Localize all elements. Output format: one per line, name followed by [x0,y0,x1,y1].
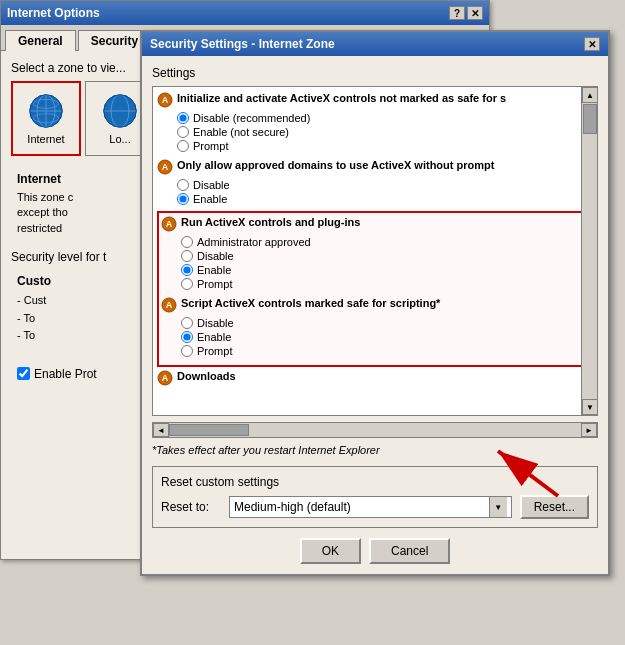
run-activex-title: Run ActiveX controls and plug-ins [181,215,360,229]
scroll-track [582,103,597,399]
settings-list[interactable]: A Initialize and activate ActiveX contro… [153,87,597,415]
svg-text:A: A [162,373,169,383]
radio-disable-3-input[interactable] [181,250,193,262]
radio-enable-2: Enable [177,193,593,205]
svg-text:A: A [166,300,173,310]
radio-prompt-4-input[interactable] [181,345,193,357]
radio-disable-4-input[interactable] [181,317,193,329]
hscroll-thumb[interactable] [169,424,249,436]
radio-enable-not-secure-input[interactable] [177,126,189,138]
radio-enable-not-secure-label: Enable (not secure) [193,126,289,138]
run-activex-header: A Run ActiveX controls and plug-ins [161,215,589,232]
radio-disable-4: Disable [181,317,589,329]
svg-text:A: A [162,95,169,105]
radio-enable-2-label: Enable [193,193,227,205]
radio-disable-recommended: Disable (recommended) [177,112,593,124]
setting-activex-header: A Initialize and activate ActiveX contro… [157,91,593,108]
pointing-arrow-icon [478,441,568,501]
radio-admin-approved: Administrator approved [181,236,589,248]
scroll-up-button[interactable]: ▲ [582,87,598,103]
radio-prompt-1-label: Prompt [193,140,228,152]
radio-prompt-4-label: Prompt [197,345,232,357]
scroll-thumb[interactable] [583,104,597,134]
approved-domains-header: A Only allow approved domains to use Act… [157,158,593,175]
zone-internet[interactable]: Internet [11,81,81,156]
radio-enable-not-secure: Enable (not secure) [177,126,593,138]
settings-list-container: A Initialize and activate ActiveX contro… [152,86,598,416]
enable-prot-label: Enable Prot [34,367,97,381]
radio-disable-recommended-input[interactable] [177,112,189,124]
setting-downloads: A Downloads [157,369,593,386]
zone-local-label: Lo... [109,133,130,145]
approved-domains-title: Only allow approved domains to use Activ… [177,158,494,172]
radio-enable-2-input[interactable] [177,193,189,205]
hscroll-track [169,423,581,437]
script-activex-header: A Script ActiveX controls marked safe fo… [161,296,589,313]
radio-disable-2-input[interactable] [177,179,189,191]
hscroll-right-button[interactable]: ► [581,423,597,437]
dialog-titlebar: Security Settings - Internet Zone ✕ [142,32,608,56]
bg-title-buttons: ? ✕ [449,6,483,20]
enable-prot-checkbox[interactable] [17,367,30,380]
reset-dropdown[interactable]: Medium-high (default) ▼ [229,496,512,518]
radio-prompt-3-label: Prompt [197,278,232,290]
activex-not-safe-options: Disable (recommended) Enable (not secure… [177,112,593,152]
button-row: OK Cancel [152,538,598,564]
globe-local-icon [102,93,138,129]
radio-prompt-1-input[interactable] [177,140,189,152]
radio-prompt-3: Prompt [181,278,589,290]
zone-internet-label: Internet [27,133,64,145]
radio-disable-2-label: Disable [193,179,230,191]
radio-disable-4-label: Disable [197,317,234,329]
downloads-title: Downloads [177,369,236,383]
setting-approved-domains: A Only allow approved domains to use Act… [157,158,593,205]
script-activex-options: Disable Enable Prompt [181,317,589,357]
radio-prompt-4: Prompt [181,345,589,357]
scroll-down-button[interactable]: ▼ [582,399,598,415]
bg-window-title: Internet Options [7,6,449,20]
radio-disable-3: Disable [181,250,589,262]
dialog-close-button[interactable]: ✕ [584,37,600,51]
ok-button[interactable]: OK [300,538,361,564]
help-button[interactable]: ? [449,6,465,20]
radio-enable-4-input[interactable] [181,331,193,343]
settings-label: Settings [152,66,598,80]
tab-general[interactable]: General [5,30,76,51]
activex-not-safe-title: Initialize and activate ActiveX controls… [177,91,506,105]
radio-enable-3-input[interactable] [181,264,193,276]
activex-icon: A [157,92,173,108]
dialog-title: Security Settings - Internet Zone [150,37,584,51]
run-activex-options: Administrator approved Disable Enable [181,236,589,290]
radio-admin-approved-input[interactable] [181,236,193,248]
radio-disable-2: Disable [177,179,593,191]
run-activex-icon: A [161,216,177,232]
approved-domains-icon: A [157,159,173,175]
downloads-icon: A [157,370,173,386]
script-activex-title: Script ActiveX controls marked safe for … [181,296,440,310]
radio-prompt-3-input[interactable] [181,278,193,290]
svg-line-22 [498,451,558,496]
setting-script-activex: A Script ActiveX controls marked safe fo… [161,296,589,357]
svg-text:A: A [162,162,169,172]
close-button[interactable]: ✕ [467,6,483,20]
radio-enable-4: Enable [181,331,589,343]
arrow-annotation [478,441,568,504]
radio-disable-3-label: Disable [197,250,234,262]
approved-domains-options: Disable Enable [177,179,593,205]
horizontal-scrollbar[interactable]: ◄ ► [152,422,598,438]
dialog-body: Settings A Initialize and activate Activ… [142,56,608,574]
reset-to-label: Reset to: [161,500,221,514]
script-activex-icon: A [161,297,177,313]
radio-enable-4-label: Enable [197,331,231,343]
radio-admin-approved-label: Administrator approved [197,236,311,248]
radio-enable-3-label: Enable [197,264,231,276]
reset-dropdown-value: Medium-high (default) [234,500,489,514]
svg-text:A: A [166,219,173,229]
vertical-scrollbar[interactable]: ▲ ▼ [581,87,597,415]
bg-titlebar: Internet Options ? ✕ [1,1,489,25]
downloads-header: A Downloads [157,369,593,386]
cancel-button[interactable]: Cancel [369,538,450,564]
hscroll-left-button[interactable]: ◄ [153,423,169,437]
radio-enable-3: Enable [181,264,589,276]
radio-prompt-1: Prompt [177,140,593,152]
